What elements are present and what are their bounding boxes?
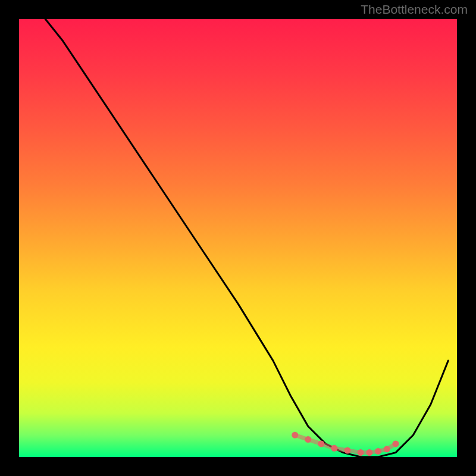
chart-stage: TheBottleneck.com (0, 0, 476, 476)
highlight-dot (318, 440, 324, 447)
highlight-dot (358, 449, 364, 456)
highlight-dot (393, 440, 399, 447)
plot-background (19, 19, 457, 457)
highlight-dot (366, 449, 372, 456)
chart-svg (0, 0, 476, 476)
attribution-label: TheBottleneck.com (361, 2, 468, 17)
highlight-dot (292, 432, 298, 439)
highlight-dot (384, 446, 390, 452)
highlight-dot (331, 445, 337, 452)
highlight-dot (305, 436, 311, 443)
highlight-dot (375, 448, 381, 455)
highlight-dot (345, 447, 351, 454)
